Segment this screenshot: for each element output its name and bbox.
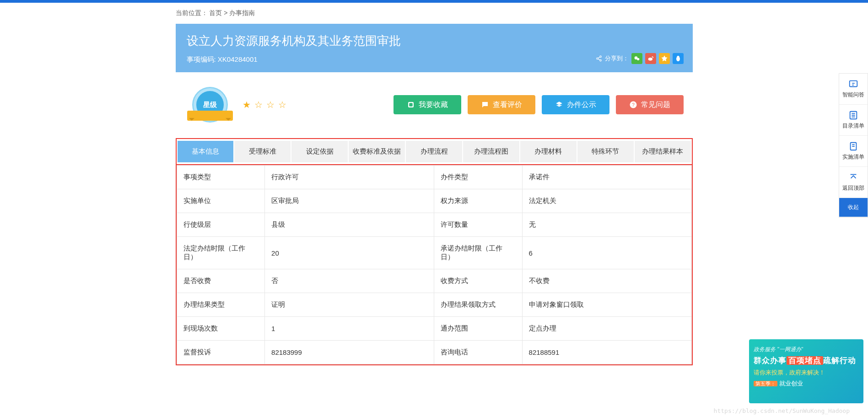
info-label: 收费方式	[434, 269, 522, 293]
tab-basis[interactable]: 设定依据	[291, 141, 349, 162]
info-label: 许可数量	[434, 213, 522, 237]
star-rating: ★ ☆ ☆ ☆	[243, 99, 286, 110]
promo-line2: 群众办事百项堵点疏解行动	[754, 355, 859, 365]
share-qq-icon[interactable]	[673, 53, 684, 64]
info-value: 20	[265, 237, 434, 269]
info-table: 事项类型行政许可办件类型承诺件实施单位区审批局权力来源法定机关行使级层县级许可数…	[177, 165, 692, 364]
tabs: 基本信息 受理标准 设定依据 收费标准及依据 办理流程 办理流程图 办理材料 特…	[178, 141, 691, 162]
chat-icon	[481, 101, 489, 109]
publicity-button[interactable]: 办件公示	[542, 95, 609, 114]
action-buttons: 我要收藏 查看评价 办件公示 ? 常见问题	[394, 95, 684, 114]
svg-point-7	[648, 58, 652, 61]
info-label: 咨询电话	[434, 341, 522, 364]
info-value: 法定机关	[522, 189, 691, 213]
star-icon: ☆	[278, 99, 286, 110]
breadcrumb-home[interactable]: 首页	[209, 9, 222, 16]
info-value: 申请对象窗口领取	[522, 293, 691, 317]
star-icon: ★	[243, 99, 251, 110]
breadcrumb: 当前位置： 首页 > 办事指南	[176, 3, 693, 24]
info-label: 事项类型	[177, 166, 265, 189]
promo-line1: 政务服务 "一网通办"	[754, 346, 859, 353]
info-value: 无	[522, 213, 691, 237]
table-row: 到现场次数1通办范围定点办理	[177, 317, 691, 341]
svg-point-1	[596, 58, 598, 59]
sidenav-catalog[interactable]: 目录清单	[839, 105, 868, 136]
star-icon: ☆	[266, 99, 275, 110]
svg-point-9	[677, 56, 679, 58]
info-value: 6	[522, 237, 691, 269]
svg-text:?: ?	[632, 102, 635, 107]
table-row: 行使级层县级许可数量无	[177, 213, 691, 237]
share-weibo-icon[interactable]	[645, 53, 656, 64]
share-qzone-icon[interactable]	[659, 53, 670, 64]
info-label: 办理结果领取方式	[434, 293, 522, 317]
tab-process[interactable]: 办理流程	[406, 141, 463, 162]
info-value: 否	[265, 269, 434, 293]
share-box: 分享到：	[596, 53, 684, 64]
info-label: 实施单位	[177, 189, 265, 213]
svg-rect-14	[850, 81, 857, 87]
sidenav-top[interactable]: 返回顶部	[839, 167, 868, 198]
table-row: 监督投诉82183999咨询电话82188591	[177, 341, 691, 364]
svg-rect-11	[409, 103, 413, 107]
chat-question-icon	[848, 79, 858, 89]
info-label: 监督投诉	[177, 341, 265, 364]
layers-icon	[555, 101, 563, 109]
info-value: 82188591	[522, 341, 691, 364]
share-wechat-icon[interactable]	[631, 53, 642, 64]
table-row: 法定办结时限（工作日）20承诺办结时限（工作日）6	[177, 237, 691, 269]
promo-banner[interactable]: 政务服务 "一网通办" 群众办事百项堵点疏解行动 请你来投票，政府来解决！ 第五…	[749, 339, 863, 365]
svg-point-0	[599, 56, 601, 58]
svg-point-2	[599, 59, 601, 61]
header-panel: 设立人力资源服务机构及其业务范围审批 事项编码: XK04284001 分享到：	[176, 24, 693, 72]
svg-line-3	[598, 57, 600, 58]
sidenav-collapse[interactable]: 收起	[839, 198, 868, 217]
document-icon	[848, 141, 858, 151]
review-button[interactable]: 查看评价	[468, 95, 535, 114]
info-label: 行使级层	[177, 213, 265, 237]
tab-accept-standard[interactable]: 受理标准	[234, 141, 291, 162]
page-title: 设立人力资源服务机构及其业务范围审批	[187, 33, 682, 49]
table-row: 事项类型行政许可办件类型承诺件	[177, 166, 691, 189]
sidenav-qa[interactable]: 智能问答	[839, 74, 868, 105]
info-value: 1	[265, 317, 434, 341]
faq-button[interactable]: ? 常见问题	[616, 95, 684, 114]
sidenav-impl[interactable]: 实施清单	[839, 136, 868, 167]
info-label: 权力来源	[434, 189, 522, 213]
star-icon: ☆	[254, 99, 263, 110]
tabs-container: 基本信息 受理标准 设定依据 收费标准及依据 办理流程 办理流程图 办理材料 特…	[176, 138, 693, 165]
question-icon: ?	[629, 101, 637, 109]
share-icon	[596, 55, 602, 62]
side-nav: 智能问答 目录清单 实施清单 返回顶部 收起	[839, 73, 868, 218]
info-label: 承诺办结时限（工作日）	[434, 237, 522, 269]
breadcrumb-label: 当前位置：	[176, 9, 208, 16]
share-label: 分享到：	[605, 54, 629, 63]
bookmark-icon	[407, 101, 415, 109]
info-value: 定点办理	[522, 317, 691, 341]
tab-process-chart[interactable]: 办理流程图	[463, 141, 520, 162]
info-panel: 事项类型行政许可办件类型承诺件实施单位区审批局权力来源法定机关行使级层县级许可数…	[176, 165, 693, 365]
svg-line-4	[598, 59, 600, 60]
info-value: 证明	[265, 293, 434, 317]
action-row: 星级 ★ ☆ ☆ ☆ 我要收藏 查看评价 办件公示 ? 常见问题	[176, 72, 693, 135]
info-value: 区审批局	[265, 189, 434, 213]
info-value: 承诺件	[522, 166, 691, 189]
tab-basic-info[interactable]: 基本信息	[178, 141, 235, 162]
favorite-button[interactable]: 我要收藏	[394, 95, 461, 114]
info-label: 办件类型	[434, 166, 522, 189]
info-value: 不收费	[522, 269, 691, 293]
tab-special[interactable]: 特殊环节	[577, 141, 635, 162]
list-icon	[848, 110, 858, 120]
info-label: 通办范围	[434, 317, 522, 341]
top-icon	[848, 172, 858, 182]
tab-result-sample[interactable]: 办理结果样本	[635, 141, 691, 162]
breadcrumb-current[interactable]: 办事指南	[229, 9, 255, 16]
info-label: 到现场次数	[177, 317, 265, 341]
tab-materials[interactable]: 办理材料	[520, 141, 577, 162]
table-row: 办理结果类型证明办理结果领取方式申请对象窗口领取	[177, 293, 691, 317]
info-value: 县级	[265, 213, 434, 237]
tab-fee[interactable]: 收费标准及依据	[349, 141, 406, 162]
table-row: 实施单位区审批局权力来源法定机关	[177, 189, 691, 213]
info-label: 是否收费	[177, 269, 265, 293]
star-badge: 星级	[185, 85, 235, 124]
